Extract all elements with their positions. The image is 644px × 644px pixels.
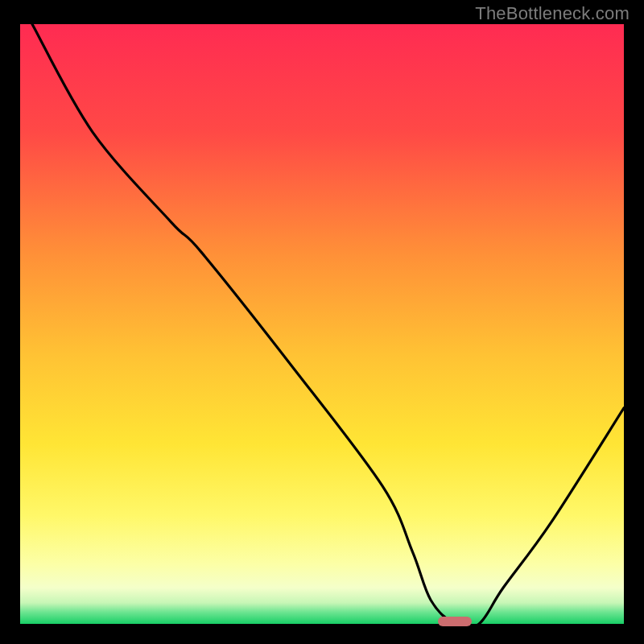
plot-area <box>20 24 624 624</box>
optimal-marker <box>438 617 471 625</box>
svg-rect-0 <box>20 24 624 624</box>
chart-frame: TheBottleneck.com <box>0 0 644 644</box>
watermark-text: TheBottleneck.com <box>475 3 630 24</box>
background-gradient <box>20 24 624 624</box>
